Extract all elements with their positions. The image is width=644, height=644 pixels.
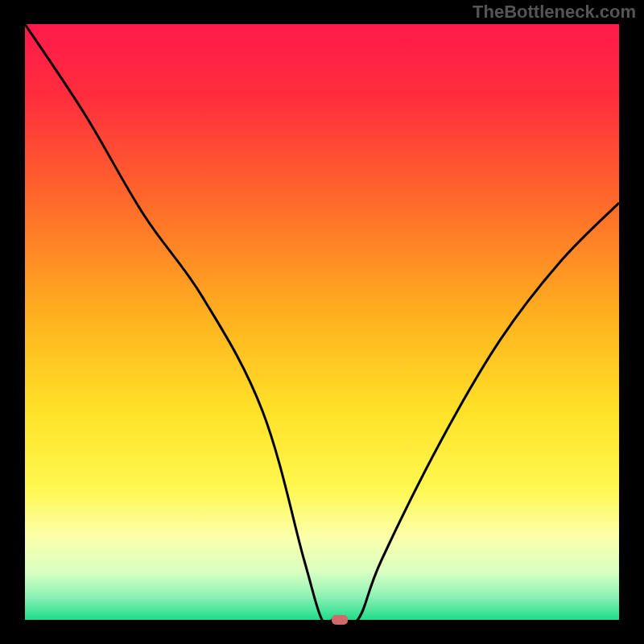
plot-background xyxy=(25,24,619,620)
bottleneck-chart xyxy=(0,0,644,644)
attribution-label: TheBottleneck.com xyxy=(473,2,636,23)
chart-container: TheBottleneck.com xyxy=(0,0,644,644)
optimal-point-marker xyxy=(332,615,348,625)
